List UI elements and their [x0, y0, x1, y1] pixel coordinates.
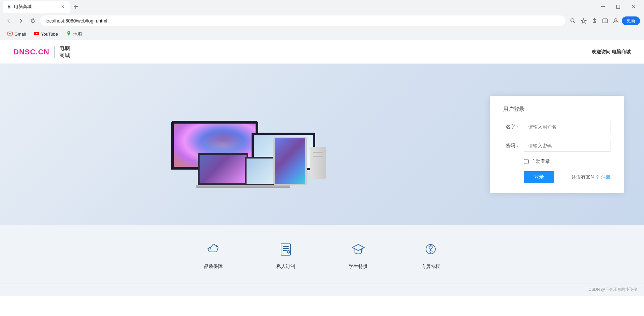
left-laptop-screen [198, 153, 248, 185]
bookmarks-bar: Gmail YouTube 地图 [0, 28, 644, 40]
new-tab-button[interactable] [71, 2, 80, 11]
exclusive-icon [423, 242, 438, 260]
share-icon[interactable] [590, 16, 599, 26]
address-input[interactable] [40, 15, 566, 26]
username-input[interactable] [524, 121, 610, 133]
maximize-button[interactable] [610, 0, 626, 13]
gmail-label: Gmail [14, 32, 26, 37]
login-actions: 登录 还没有账号？ 注册 [503, 171, 610, 183]
feature-exclusive: 专属特权 [421, 242, 440, 270]
header-welcome: 欢迎访问 电脑商城 [592, 49, 631, 55]
page-wrapper: DNSC.CN 电脑 商城 欢迎访问 电脑商城 [0, 40, 644, 316]
hero-image-area [20, 94, 490, 195]
register-link-area: 还没有账号？ 注册 [572, 174, 610, 180]
bookmark-youtube[interactable]: YouTube [31, 30, 61, 39]
search-icon[interactable] [568, 16, 578, 26]
auto-login-checkbox[interactable] [524, 159, 529, 164]
back-button[interactable] [4, 16, 13, 26]
split-view-icon[interactable] [600, 16, 610, 26]
quality-icon [206, 242, 221, 260]
footer-credit: CSDN @不会压弯的小飞侠 [588, 287, 637, 292]
svg-point-7 [68, 32, 69, 33]
tab-bar: 🖥 电脑商城 ✕ [0, 0, 644, 13]
svg-rect-8 [281, 244, 290, 255]
tab-close-button[interactable]: ✕ [60, 4, 66, 10]
site-header: DNSC.CN 电脑 商城 欢迎访问 电脑商城 [0, 40, 644, 64]
site-footer: CSDN @不会压弯的小飞侠 [0, 283, 644, 296]
maps-icon [66, 31, 71, 37]
student-icon [351, 242, 366, 260]
register-link[interactable]: 注册 [601, 174, 610, 180]
profile-icon[interactable] [611, 16, 621, 26]
svg-rect-0 [601, 6, 605, 7]
gmail-icon [7, 31, 13, 37]
address-bar: 更新 [0, 13, 644, 28]
username-label: 名字： [503, 124, 520, 130]
bookmark-maps[interactable]: 地图 [63, 30, 85, 39]
auto-login-label: 自动登录 [531, 159, 550, 165]
quality-label: 品质保障 [204, 264, 223, 270]
close-window-button[interactable] [626, 0, 641, 13]
maps-label: 地图 [73, 31, 82, 37]
password-input[interactable] [524, 140, 610, 152]
tab-title: 电脑商城 [14, 4, 32, 10]
features-section: 品质保障 私人订制 学生特供 [0, 225, 644, 283]
forward-button[interactable] [16, 16, 25, 26]
student-label: 学生特供 [349, 264, 368, 270]
feature-student: 学生特供 [349, 242, 368, 270]
tablet-device [273, 137, 307, 185]
exclusive-label: 专属特权 [421, 264, 440, 270]
update-button[interactable]: 更新 [622, 16, 640, 25]
devices-illustration [171, 94, 339, 188]
window-controls [595, 0, 641, 13]
auto-login-row: 自动登录 [503, 159, 610, 165]
minimize-button[interactable] [595, 0, 610, 13]
logo-separator [54, 46, 55, 58]
custom-icon [278, 242, 293, 260]
active-tab[interactable]: 🖥 电脑商城 ✕ [3, 1, 70, 13]
feature-quality: 品质保障 [204, 242, 223, 270]
logo-area: DNSC.CN 电脑 商城 [13, 45, 70, 59]
youtube-icon [34, 31, 39, 37]
password-label: 密码： [503, 143, 520, 149]
right-laptop-base [243, 185, 290, 188]
feature-custom: 私人订制 [276, 242, 295, 270]
bookmark-gmail[interactable]: Gmail [4, 30, 29, 39]
logo-dnsc: DNSC.CN [13, 48, 49, 56]
username-row: 名字： [503, 121, 610, 133]
tab-favicon: 🖥 [7, 4, 11, 9]
logo-text: 电脑 商城 [59, 45, 70, 59]
left-laptop-base [196, 185, 250, 188]
svg-rect-5 [8, 32, 12, 35]
bookmark-star-icon[interactable] [579, 16, 588, 26]
svg-rect-1 [616, 5, 620, 8]
refresh-button[interactable] [28, 16, 38, 26]
left-laptop [198, 153, 248, 188]
login-panel: 用户登录 名字： 密码： 自动登录 登录 还没有账号？ 注册 [490, 96, 624, 193]
youtube-label: YouTube [41, 32, 58, 37]
svg-point-4 [615, 19, 617, 21]
browser-chrome: 🖥 电脑商城 ✕ [0, 0, 644, 40]
desktop-tower [310, 147, 326, 179]
login-title: 用户登录 [503, 106, 610, 113]
password-row: 密码： [503, 140, 610, 152]
custom-label: 私人订制 [276, 264, 295, 270]
hero-section: 用户登录 名字： 密码： 自动登录 登录 还没有账号？ 注册 [0, 64, 644, 225]
toolbar-icons: 更新 [568, 16, 640, 26]
login-button[interactable]: 登录 [524, 171, 554, 183]
